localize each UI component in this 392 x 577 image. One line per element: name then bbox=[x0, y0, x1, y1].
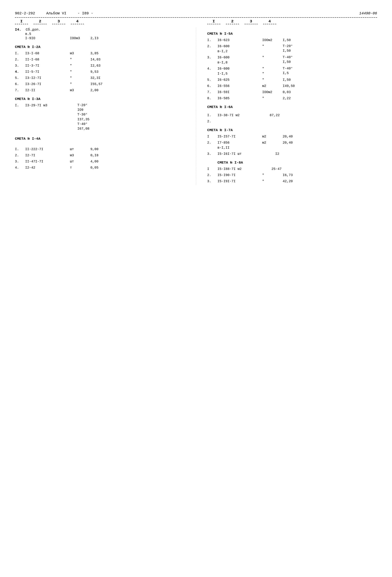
item-row: I. I3-29-7I м3 T-20° IO9 T-30° I37,35 T-… bbox=[15, 103, 185, 131]
item-num: 3. bbox=[207, 55, 218, 60]
item-value: I55,57 bbox=[90, 82, 102, 87]
section-1-7a-title: СМЕТА № I-7а bbox=[207, 128, 377, 132]
col-header-left-spacer2 bbox=[47, 19, 52, 24]
item-unit: м2 bbox=[262, 84, 283, 89]
item-num: 2. bbox=[15, 153, 25, 158]
item-row: I. II-222-7I шт 9,00 bbox=[15, 147, 185, 152]
item-multivalue: T-20° IO9 T-30° I37,35 T-40° I67,08 bbox=[77, 103, 90, 131]
item-value: 25-47 bbox=[272, 167, 282, 172]
value-line: T-20° bbox=[77, 103, 90, 108]
item-code: I3-29-7I м3 bbox=[25, 103, 77, 108]
item-value: 9,53 bbox=[90, 69, 98, 74]
item-code: II-222-7I bbox=[25, 147, 70, 152]
item-row: 8. I6-585 " 2,22 bbox=[207, 96, 377, 101]
item-code: I6-623 bbox=[218, 38, 262, 43]
col-header-right-1: I bbox=[207, 19, 220, 24]
item-num: 2. bbox=[15, 57, 25, 62]
item-code: II-47I-7I bbox=[25, 159, 70, 164]
item-code: I2-II bbox=[25, 88, 70, 93]
item-num: 3. bbox=[207, 151, 218, 156]
section-1-7a: СМЕТА № I-7а I I5-I57-7I м2 20,40 2. I7-… bbox=[207, 128, 377, 156]
item-num: 8. bbox=[207, 96, 218, 101]
item-value: 20,40 bbox=[283, 134, 293, 139]
item-code: I3-38-7I м2 bbox=[218, 113, 270, 118]
item-row: 3. I5-I6I-7I шт I2 bbox=[207, 151, 377, 156]
item-value: 0,I8 bbox=[90, 153, 98, 158]
item-unit: " bbox=[70, 69, 90, 74]
value-line: T-30° bbox=[77, 112, 90, 117]
section-1-6a: СМЕТА № I-6а I. I3-38-7I м2 87,22 2. bbox=[207, 105, 377, 124]
item-unit: м2 bbox=[262, 134, 283, 139]
item-code: I5-I9I-7I bbox=[218, 179, 262, 184]
item-value: 87,22 bbox=[270, 113, 280, 118]
item-value: 42,20 bbox=[283, 179, 293, 184]
item-value: 0,03 bbox=[283, 90, 291, 95]
item-unit: " bbox=[262, 44, 283, 49]
section-1-2a-title: СМЕТА № I-2а bbox=[15, 45, 185, 49]
right-column: СМЕТА № I-5а I. I6-623 IOOм2 I,50 2. I6-… bbox=[196, 28, 377, 185]
item-value: T-20° I,50 bbox=[283, 44, 293, 53]
item-unit: " bbox=[70, 57, 90, 62]
item-num: 2. bbox=[207, 140, 218, 145]
item-code: I2-7I bbox=[25, 153, 70, 158]
value-line: I67,08 bbox=[77, 126, 90, 131]
item-num: 5. bbox=[15, 75, 25, 80]
section-top: I4. Сб.доп. в.5 I-9IO IOOм3 2,I3 bbox=[15, 28, 185, 41]
item-num: 2. bbox=[207, 44, 218, 49]
item-row: 3. I6-600 в-I,8 " T-40° I,50 bbox=[207, 55, 377, 65]
item-row: 6. I6-556 м2 I49,50 bbox=[207, 84, 377, 89]
item-value: 0,05 bbox=[90, 165, 98, 170]
item-unit: " bbox=[70, 75, 90, 80]
item-code: I5-I90-7I bbox=[218, 173, 262, 178]
item-row: 4. II-5-7I " 9,53 bbox=[15, 69, 185, 74]
item-value: I2,63 bbox=[90, 63, 100, 68]
item-code: I7-856 в-I,II bbox=[218, 140, 262, 150]
item-unit: м2 bbox=[262, 140, 283, 145]
item-code: I3-I2-7I bbox=[25, 75, 70, 80]
section-1-8a: СМЕТА № I-8а I I5-I88-7I м2 25-47 2. I5-… bbox=[207, 161, 377, 184]
stamp: 14490-06 bbox=[359, 11, 377, 15]
item-code: I6-600 I-I,5 bbox=[218, 66, 262, 76]
item-value: T-40° I,50 bbox=[283, 55, 293, 64]
item-row: 2. I7-856 в-I,II м2 20,40 bbox=[207, 140, 377, 150]
item-unit: IOOм2 bbox=[262, 90, 283, 95]
item-code: I5-I57-7I bbox=[218, 134, 262, 139]
item-row: 2. I2-7I м3 0,I8 bbox=[15, 153, 185, 158]
item-row: 3. II-3-7I " I2,63 bbox=[15, 63, 185, 68]
item-num: 5. bbox=[207, 77, 218, 82]
value-line: T-40° bbox=[77, 122, 90, 126]
item-value: I,50 bbox=[283, 77, 291, 82]
item-row: 2. II-I-68 " I4,03 bbox=[15, 57, 185, 62]
item-unit: " bbox=[262, 179, 283, 184]
col-header-right-4: 4 bbox=[263, 19, 276, 24]
item-num: I. bbox=[15, 51, 25, 56]
item-value: I2 bbox=[275, 151, 279, 156]
item-value: 32,3I bbox=[90, 75, 100, 80]
item-row: I I5-I88-7I м2 25-47 bbox=[207, 167, 377, 172]
album-label: Альбом VI bbox=[46, 11, 66, 15]
item-value: 3,85 bbox=[90, 51, 98, 56]
item-unit: IOOм2 bbox=[262, 38, 283, 43]
item-unit: " bbox=[262, 71, 283, 76]
section-1-3a: СМЕТА № I-3а I. I3-29-7I м3 T-20° IO9 T-… bbox=[15, 97, 185, 131]
item-unit: м3 bbox=[70, 153, 90, 158]
item-value: I4,03 bbox=[90, 57, 100, 62]
item-row: 7. I6-59I IOOм2 0,03 bbox=[207, 90, 377, 95]
value-line: I37,35 bbox=[77, 117, 90, 122]
item-unit: шт bbox=[70, 159, 90, 164]
item-code: II-3-7I bbox=[25, 63, 70, 68]
section-1-6a-title: СМЕТА № I-6а bbox=[207, 105, 377, 109]
item-value: 9,00 bbox=[90, 147, 98, 152]
item-value: 20,40 bbox=[283, 140, 293, 145]
item-code: II-5-7I bbox=[25, 69, 70, 74]
item-code: II-I-68 bbox=[25, 57, 70, 62]
col-header-left-1: I bbox=[15, 19, 28, 24]
col-header-left-spacer1 bbox=[28, 19, 33, 24]
item-unit: " bbox=[262, 55, 283, 60]
item-row: 2. bbox=[207, 119, 377, 124]
col-header-right-2: 2 bbox=[226, 19, 239, 24]
item-num: I. bbox=[207, 113, 218, 118]
item-num: 3. bbox=[207, 179, 218, 184]
item-row: 2. I6-600 в-I,2 " T-20° I,50 bbox=[207, 44, 377, 54]
doc-number: 902-2-292 bbox=[15, 11, 35, 15]
